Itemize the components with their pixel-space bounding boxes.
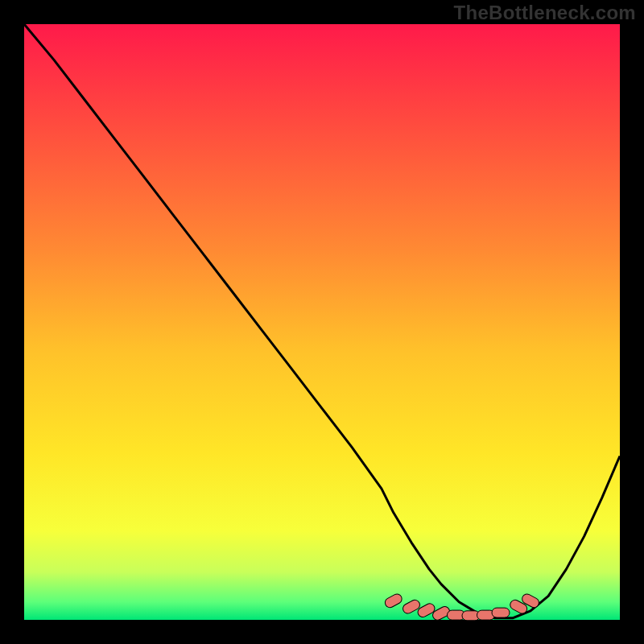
chart-container: TheBottleneck.com — [0, 0, 644, 644]
watermark-label: TheBottleneck.com — [454, 2, 636, 24]
gradient-background — [24, 24, 620, 620]
bottleneck-chart — [0, 0, 644, 644]
optimal-marker — [492, 608, 510, 617]
